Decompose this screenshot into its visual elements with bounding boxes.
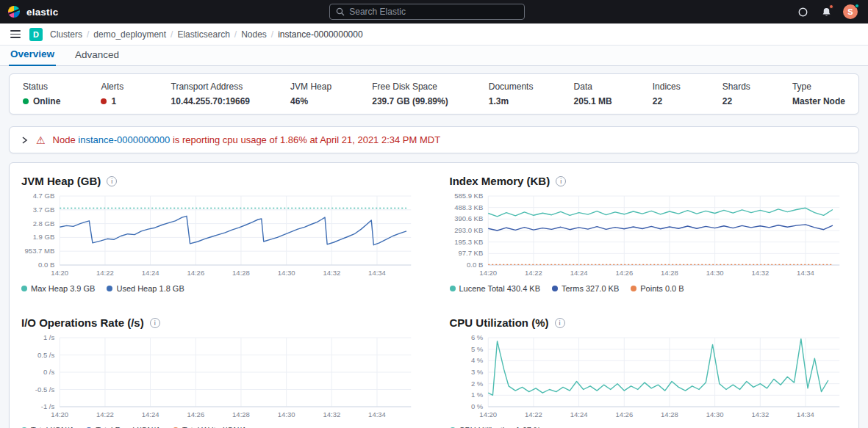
chart-io-rate: I/O Operations Rate (/s)i14:2014:2214:24… [21,316,419,428]
x-axis-label: 14:30 [278,410,295,418]
summary-value: 22 [722,96,752,106]
y-axis-label: 0 % [470,402,483,410]
summary-item-jvm-heap: JVM Heap46% [290,81,331,106]
breadcrumb-item-instance-0000000000: instance-0000000000 [278,29,362,40]
y-axis-label: -0.5 /s [35,385,55,393]
summary-item-free-disk-space: Free Disk Space239.7 GB (99.89%) [372,81,448,106]
x-axis-label: 14:24 [142,410,159,418]
info-icon[interactable]: i [556,176,566,186]
header-icons: S [796,4,861,19]
chart-legend: Lucene Total 430.4 KBTerms 327.0 KBPoint… [450,284,847,293]
chart-title: I/O Operations Rate (/s) [21,316,144,329]
y-axis-label: 1.9 GB [33,233,55,241]
x-axis-label: 14:32 [323,269,340,277]
summary-label: Free Disk Space [372,81,448,92]
x-axis-label: 14:32 [751,269,769,277]
breadcrumb-item-nodes[interactable]: Nodes [241,29,267,40]
notification-badge-dot [829,4,833,9]
deployment-badge[interactable]: D [29,28,43,41]
y-axis-label: 585.9 KB [454,192,483,200]
summary-value: Master Node [792,96,845,106]
chart-title: JVM Heap (GB) [21,175,101,187]
page-content: StatusOnlineAlerts1Transport Address10.4… [0,73,868,428]
x-axis-label: 14:20 [479,410,497,418]
summary-value: 1 [101,96,130,106]
series-line [488,208,833,217]
cloud-deployments-icon[interactable] [796,5,809,18]
breadcrumb-item-elasticsearch[interactable]: Elasticsearch [177,29,229,40]
x-axis-label: 14:24 [570,410,587,418]
chart-jvm-heap: JVM Heap (GB)i14:2014:2214:2414:2614:281… [21,175,419,299]
y-axis-label: 2.8 GB [33,220,55,228]
summary-label: Indices [653,81,682,92]
y-axis-label: 3.7 GB [33,206,55,214]
chart-title-row: CPU Utilization (%)i [450,316,847,329]
y-axis-label: 390.6 KB [454,214,483,222]
x-axis-label: 14:30 [278,269,295,277]
y-axis-label: 1 % [470,391,483,399]
avatar-initial: S [847,7,853,16]
summary-label: Data [574,81,612,92]
x-axis-label: 14:34 [368,269,386,277]
y-axis-label: 1 /s [43,333,55,341]
y-axis-label: 6 % [470,333,483,341]
y-axis-label: 2 % [470,380,483,388]
x-axis-label: 14:24 [570,269,587,277]
x-axis-label: 14:28 [232,269,250,277]
summary-value: Online [23,96,60,106]
x-axis-label: 14:32 [323,410,340,418]
x-axis-label: 14:26 [187,410,204,418]
summary-item-type: TypeMaster Node [792,81,845,106]
y-axis-label: 953.7 MB [25,247,55,255]
warning-icon: ⚠ [36,135,46,145]
top-header: elastic S [0,0,868,23]
x-axis-label: 14:22 [525,269,542,277]
alert-panel[interactable]: ⚠ Node instance-0000000000 is reporting … [9,126,859,153]
breadcrumb-item-clusters[interactable]: Clusters [50,29,82,40]
series-line [60,216,406,244]
x-axis-label: 14:28 [661,269,678,277]
legend-item[interactable]: Lucene Total 430.4 KB [450,284,541,293]
menu-hamburger-icon[interactable] [9,29,22,40]
info-icon[interactable]: i [555,318,565,328]
node-summary-panel: StatusOnlineAlerts1Transport Address10.4… [9,73,859,115]
elastic-logo-icon[interactable] [7,5,21,18]
x-axis-label: 14:22 [96,269,114,277]
tab-advanced[interactable]: Advanced [73,46,121,65]
legend-item[interactable]: Used Heap 1.8 GB [107,284,184,293]
legend-dot [552,286,558,291]
legend-item[interactable]: Points 0.0 B [631,284,684,293]
summary-value: 46% [290,96,331,106]
summary-item-alerts: Alerts1 [101,81,130,106]
x-axis-label: 14:28 [661,410,678,418]
breadcrumb-bar: D Clusters/demo_deployment/Elasticsearch… [0,23,868,46]
summary-value: 239.7 GB (99.89%) [372,96,448,106]
summary-item-indices: Indices22 [653,81,682,106]
y-axis-label: 5 % [470,345,483,353]
summary-item-shards: Shards22 [722,81,752,106]
breadcrumb: Clusters/demo_deployment/Elasticsearch/N… [50,29,363,40]
global-search-box[interactable] [329,4,525,20]
summary-value: 1.3m [489,96,534,106]
chart-index-memory: Index Memory (KB)i14:2014:2214:2414:2614… [450,175,847,299]
x-axis-label: 14:20 [51,269,68,277]
user-avatar[interactable]: S [843,4,858,19]
legend-item[interactable]: Max Heap 3.9 GB [21,284,95,293]
x-axis-label: 14:26 [615,410,633,418]
series-line [488,339,828,396]
info-icon[interactable]: i [107,176,117,186]
node-instance-link[interactable]: instance-0000000000 [78,134,170,145]
info-icon[interactable]: i [150,318,160,328]
y-axis-label: 0 /s [43,368,55,376]
x-axis-label: 14:30 [706,269,723,277]
search-input[interactable] [349,7,518,17]
chevron-right-icon[interactable] [20,136,29,145]
tab-overview[interactable]: Overview [9,45,56,66]
legend-item[interactable]: Terms 327.0 KB [552,284,619,293]
breadcrumb-item-demo-deployment[interactable]: demo_deployment [93,29,166,40]
chart-canvas: 14:2014:2214:2414:2614:2814:3014:3214:34… [21,192,419,281]
summary-value: 22 [653,96,682,106]
chart-canvas: 14:2014:2214:2414:2614:2814:3014:3214:34… [21,333,419,423]
notifications-bell-icon[interactable] [819,5,833,18]
x-axis-label: 14:34 [797,269,814,277]
